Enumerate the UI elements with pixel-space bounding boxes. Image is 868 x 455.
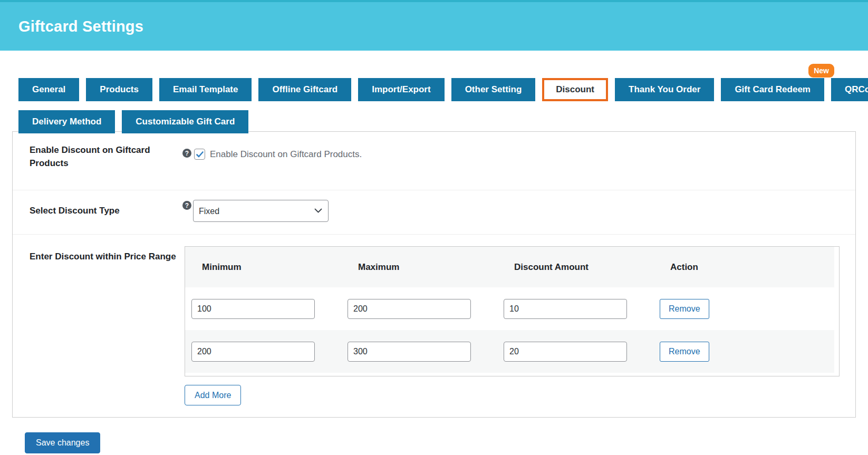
price-range-table-header: Minimum Maximum Discount Amount Action bbox=[185, 247, 834, 287]
page-title: Giftcard Settings bbox=[18, 18, 143, 35]
discount-amount-input[interactable] bbox=[504, 299, 627, 319]
discount-type-select-wrap: Fixed bbox=[193, 200, 329, 222]
enable-discount-field: ? Enable Discount on Giftcard Products. bbox=[178, 149, 855, 190]
discount-settings-panel: Enable Discount on Giftcard Products ? E… bbox=[12, 131, 856, 418]
enable-discount-checkbox[interactable] bbox=[194, 149, 205, 160]
tab-general[interactable]: General bbox=[18, 78, 79, 101]
tab-gift-card-redeem[interactable]: Gift Card Redeem New bbox=[721, 78, 824, 101]
price-range-field: Minimum Maximum Discount Amount Action R… bbox=[178, 246, 855, 405]
settings-tabs: General Products Email Template Offline … bbox=[18, 78, 850, 133]
discount-type-field: ? Fixed bbox=[178, 201, 855, 234]
tab-email-template[interactable]: Email Template bbox=[159, 78, 252, 101]
discount-type-label: Select Discount Type bbox=[30, 201, 178, 234]
help-icon[interactable]: ? bbox=[182, 201, 191, 210]
column-header-minimum: Minimum bbox=[191, 262, 348, 273]
maximum-input[interactable] bbox=[348, 342, 471, 362]
tab-delivery-method[interactable]: Delivery Method bbox=[18, 110, 115, 133]
tab-thank-you-order[interactable]: Thank You Order bbox=[615, 78, 714, 101]
help-icon[interactable]: ? bbox=[182, 149, 191, 158]
remove-button[interactable]: Remove bbox=[660, 342, 709, 362]
price-range-table: Minimum Maximum Discount Amount Action R… bbox=[185, 246, 840, 376]
tab-row-1: General Products Email Template Offline … bbox=[18, 78, 850, 101]
column-header-maximum: Maximum bbox=[348, 262, 504, 273]
tab-import-export[interactable]: Import/Export bbox=[358, 78, 444, 101]
new-badge: New bbox=[808, 64, 834, 78]
tab-row-2: Delivery Method Customizable Gift Card bbox=[18, 110, 850, 133]
discount-type-row: Select Discount Type ? Fixed bbox=[13, 190, 855, 235]
table-row: Remove bbox=[185, 330, 834, 373]
table-row: Remove bbox=[185, 287, 834, 330]
checkmark-icon bbox=[196, 151, 204, 158]
column-header-action: Action bbox=[660, 262, 834, 273]
discount-amount-input[interactable] bbox=[504, 342, 627, 362]
price-range-label: Enter Discount within Price Range bbox=[30, 246, 178, 405]
save-changes-button[interactable]: Save changes bbox=[25, 432, 100, 453]
price-range-row: Enter Discount within Price Range Minimu… bbox=[13, 235, 855, 417]
tab-qrcode-barcode[interactable]: QRCode/Barcode bbox=[831, 78, 868, 101]
tab-discount-active[interactable]: Discount bbox=[542, 78, 608, 101]
tab-offline-giftcard[interactable]: Offline Giftcard bbox=[258, 78, 351, 101]
enable-discount-label: Enable Discount on Giftcard Products bbox=[30, 144, 178, 190]
remove-button[interactable]: Remove bbox=[660, 299, 709, 319]
add-more-button[interactable]: Add More bbox=[185, 385, 241, 405]
enable-discount-checkbox-label: Enable Discount on Giftcard Products. bbox=[210, 149, 362, 160]
maximum-input[interactable] bbox=[348, 299, 471, 319]
tab-customizable-gift-card[interactable]: Customizable Gift Card bbox=[122, 110, 248, 133]
tab-products[interactable]: Products bbox=[86, 78, 152, 101]
page-header: Giftcard Settings bbox=[0, 0, 868, 51]
tab-other-setting[interactable]: Other Setting bbox=[451, 78, 536, 101]
enable-discount-row: Enable Discount on Giftcard Products ? E… bbox=[13, 132, 855, 190]
minimum-input[interactable] bbox=[191, 299, 315, 319]
minimum-input[interactable] bbox=[191, 342, 315, 362]
discount-type-select[interactable]: Fixed bbox=[193, 200, 329, 222]
tab-gift-card-redeem-label: Gift Card Redeem bbox=[735, 84, 811, 95]
column-header-discount-amount: Discount Amount bbox=[504, 262, 660, 273]
